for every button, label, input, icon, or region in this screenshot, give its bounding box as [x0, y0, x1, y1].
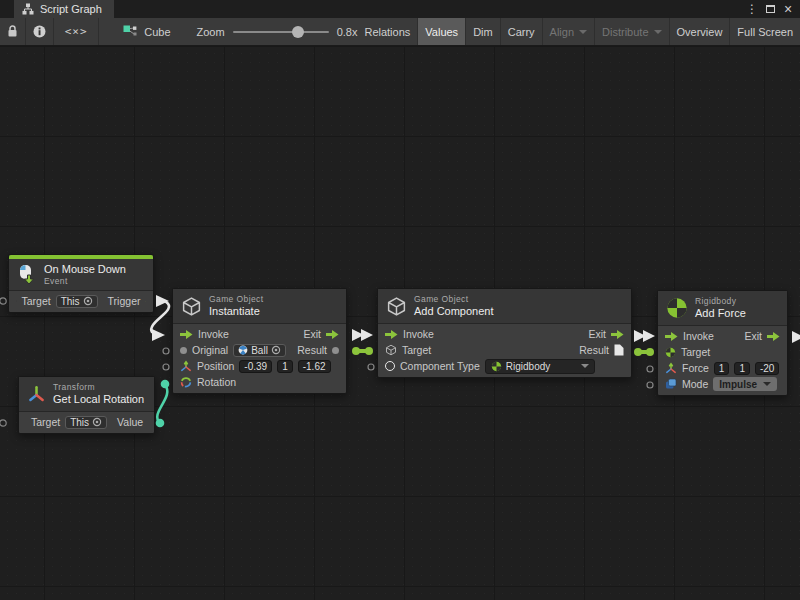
flow-wire-arrow: [152, 329, 165, 341]
node-title: Add Component: [414, 305, 494, 318]
flow-wire-arrow: [643, 330, 655, 342]
node-add-component[interactable]: Game Object Add Component Invoke Exit: [377, 288, 632, 378]
port-circle[interactable]: [647, 366, 653, 372]
rigidbody-icon: [666, 297, 688, 319]
port-label-invoke: Invoke: [198, 328, 229, 340]
flow-arrow-icon[interactable]: [611, 330, 624, 339]
port-circle[interactable]: [0, 298, 6, 304]
caret-down-icon: [654, 30, 662, 34]
window-menu-button[interactable]: ⋮: [744, 1, 760, 17]
flow-arrow-icon[interactable]: [665, 332, 678, 341]
node-instantiate[interactable]: Game Object Instantiate Invoke Exit Orig: [172, 288, 347, 394]
transform-icon: [27, 385, 46, 404]
original-ball-chip[interactable]: Ball: [233, 344, 286, 357]
position-z-input[interactable]: -1.62: [298, 360, 331, 373]
flow-wire-arrow: [156, 295, 169, 307]
force-x-input[interactable]: 1: [714, 362, 730, 375]
object-picker-icon[interactable]: [92, 417, 102, 427]
caret-down-icon: [579, 30, 587, 34]
position-y-input[interactable]: 1: [277, 360, 293, 373]
flow-wire-arrow: [792, 331, 800, 343]
lock-button[interactable]: [0, 18, 26, 45]
port-label-target: Target: [681, 346, 710, 358]
node-context: Transform: [53, 382, 144, 392]
port-circle[interactable]: [0, 420, 6, 426]
node-add-force[interactable]: Rigidbody Add Force Invoke Exit: [657, 290, 788, 396]
node-title: On Mouse Down: [44, 263, 126, 276]
port-label-target: Target: [22, 295, 51, 307]
type-port-icon[interactable]: [385, 361, 395, 371]
flow-arrow-icon[interactable]: [180, 330, 193, 339]
zoom-slider-handle[interactable]: [292, 26, 304, 38]
target-this-chip[interactable]: This: [65, 416, 107, 429]
port-label-target: Target: [402, 344, 431, 356]
code-view-button[interactable]: <×>: [54, 18, 99, 45]
position-x-input[interactable]: -0.39: [239, 360, 272, 373]
rigidbody-icon: [491, 361, 502, 372]
align-button[interactable]: Align: [543, 18, 595, 45]
port-label-exit: Exit: [744, 330, 762, 342]
value-port-icon[interactable]: [332, 347, 339, 354]
tab-title: Script Graph: [40, 3, 102, 15]
tab-script-graph[interactable]: Script Graph: [14, 0, 114, 18]
game-object-icon: [181, 296, 202, 317]
force-axis-icon: [665, 362, 677, 374]
overview-button[interactable]: Overview: [670, 18, 731, 45]
port-label-position: Position: [197, 360, 234, 372]
distribute-button[interactable]: Distribute: [595, 18, 669, 45]
node-header: Game Object Add Component: [378, 289, 631, 324]
mode-dropdown[interactable]: Impulse: [713, 377, 777, 391]
port-label-invoke: Invoke: [683, 330, 714, 342]
port-label-target: Target: [31, 416, 60, 428]
value-wire-endpoint: [352, 347, 360, 355]
node-header: Rigidbody Add Force: [658, 291, 787, 326]
port-label-mode: Mode: [682, 378, 708, 390]
flow-wire-arrow: [634, 330, 646, 342]
port-circle[interactable]: [368, 364, 374, 370]
port-circle[interactable]: [163, 348, 169, 354]
info-icon: [33, 25, 46, 38]
zoom-label: Zoom: [197, 26, 225, 38]
maximize-button[interactable]: [762, 1, 778, 17]
flow-arrow-icon[interactable]: [326, 330, 339, 339]
force-z-input[interactable]: -20: [755, 362, 779, 375]
value-port-icon[interactable]: [180, 347, 187, 354]
port-label-rotation: Rotation: [197, 376, 236, 388]
target-this-chip[interactable]: This: [56, 295, 98, 308]
graph-reference[interactable]: Cube: [123, 18, 170, 45]
fullscreen-button[interactable]: Full Screen: [730, 18, 800, 45]
object-picker-icon[interactable]: [83, 296, 93, 306]
port-label-exit: Exit: [588, 328, 606, 340]
port-circle[interactable]: [163, 364, 169, 370]
port-label-result: Result: [297, 344, 327, 356]
flow-arrow-icon[interactable]: [385, 330, 398, 339]
carry-button[interactable]: Carry: [501, 18, 543, 45]
info-button[interactable]: [26, 18, 54, 45]
node-header: Transform Get Local Rotation: [19, 377, 154, 412]
graph-name: Cube: [144, 26, 170, 38]
values-button[interactable]: Values: [418, 18, 466, 45]
rigidbody-icon: [665, 347, 676, 358]
zoom-slider[interactable]: [233, 31, 329, 33]
node-get-local-rotation[interactable]: Transform Get Local Rotation Target This: [18, 376, 155, 434]
game-object-icon: [385, 344, 397, 356]
graph-canvas[interactable]: On Mouse Down Event Target This: [0, 46, 800, 600]
title-bar: Script Graph ⋮ ×: [0, 0, 800, 18]
maximize-icon: [766, 5, 775, 13]
dim-button[interactable]: Dim: [466, 18, 501, 45]
relations-button[interactable]: Relations: [357, 18, 418, 45]
close-button[interactable]: ×: [780, 1, 796, 17]
caret-down-icon: [581, 364, 589, 368]
object-picker-icon[interactable]: [271, 345, 281, 355]
port-label-component-type: Component Type: [400, 360, 480, 372]
flow-arrow-icon[interactable]: [145, 297, 146, 306]
node-title: Instantiate: [209, 305, 263, 318]
port-label-force: Force: [682, 362, 709, 374]
node-on-mouse-down[interactable]: On Mouse Down Event Target This: [8, 254, 154, 313]
flow-arrow-icon[interactable]: [767, 332, 780, 341]
force-y-input[interactable]: 1: [734, 362, 750, 375]
value-wire: [157, 385, 167, 423]
port-circle[interactable]: [647, 382, 653, 388]
component-type-dropdown[interactable]: Rigidbody: [485, 359, 595, 374]
document-icon[interactable]: [614, 344, 624, 356]
